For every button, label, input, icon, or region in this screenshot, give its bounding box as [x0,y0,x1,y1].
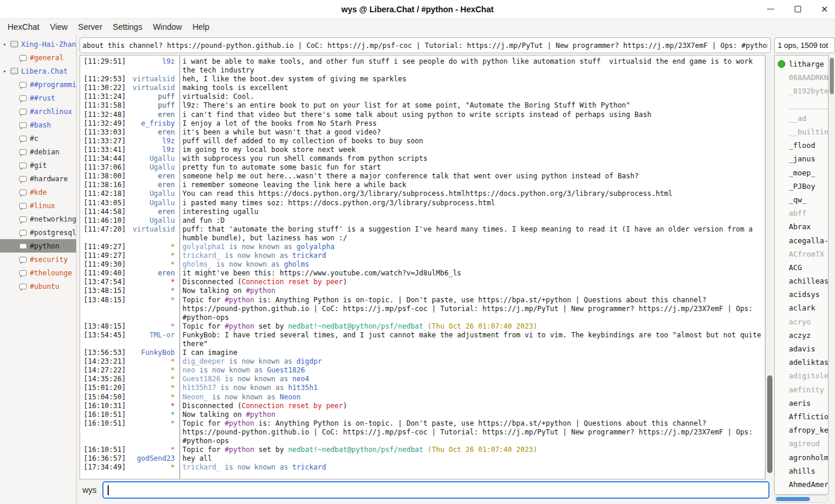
nick[interactable]: eren [127,269,178,278]
nick[interactable]: Ugallu [127,163,178,172]
nick[interactable]: * [127,402,178,410]
minimize-icon[interactable] [764,2,778,16]
user-list-item[interactable]: litharge [775,57,828,71]
nick[interactable]: * [127,446,178,454]
user-list-item[interactable]: afropy_ke [775,423,828,437]
nick[interactable]: * [127,278,178,286]
tree-channel-row[interactable]: #archlinux [0,105,76,118]
tree-channel-row[interactable]: #kde [0,185,76,199]
user-list-item[interactable]: __builtin [775,125,828,139]
nick[interactable]: TML-or [127,331,178,348]
user-list-item[interactable]: 068AADRKN [775,71,828,84]
nick[interactable]: virtualsid [127,75,178,84]
user-list-item[interactable]: aclark [775,301,828,315]
nick[interactable]: * [127,463,178,472]
message-input[interactable] [103,482,768,498]
maximize-icon[interactable] [791,2,805,16]
tree-channel-row[interactable]: #hardware [0,172,76,185]
user-list-item[interactable]: aczyz [775,329,828,342]
user-list-item[interactable]: Abrax [775,220,828,233]
nick[interactable]: * [127,296,178,322]
tree-server-row[interactable]: ▾Xing-Hai-Zhan [0,37,76,51]
expander-icon[interactable]: ▾ [3,68,11,74]
nick[interactable]: Ugallu [127,154,178,163]
user-list-item[interactable]: adavis [775,342,828,355]
menu-item-server[interactable]: Server [73,20,108,33]
user-list-hscroll-thumb[interactable] [776,497,810,501]
user-list-item[interactable]: acegalla- [775,233,828,247]
nick[interactable]: * [127,375,178,384]
nick[interactable]: virtualsid [127,84,178,92]
nick[interactable]: * [127,357,178,366]
user-list-item[interactable]: _PJBoy [775,179,828,193]
menu-item-hexchat[interactable]: HexChat [2,20,44,33]
user-list-item[interactable]: _8192byte [775,84,828,98]
nick[interactable]: virtualsid [127,225,178,243]
user-list-item[interactable]: abff [775,206,828,220]
expander-icon[interactable]: ▾ [3,42,11,47]
nick[interactable]: * [127,260,178,269]
user-list-item[interactable]: Afflictio [775,410,828,423]
tree-channel-row[interactable]: #general [0,51,76,64]
nick[interactable]: puff [127,101,178,110]
user-list-item[interactable]: achilleas [775,274,828,288]
nick[interactable]: puff [127,92,178,101]
user-list-item[interactable]: agireud [775,437,828,450]
user-list-item[interactable]: aeris [775,396,828,410]
tree-server-row[interactable]: ▾Libera.Chat [0,64,76,78]
nick[interactable]: FunkyBob [127,348,178,357]
user-list-item[interactable]: _moep_ [775,166,828,179]
menu-item-settings[interactable]: Settings [108,20,148,33]
chat-messages[interactable]: [11:29:51]l9zi want be able to make tool… [80,55,765,479]
user-list-item[interactable]: AhmedAmer [775,478,828,491]
user-list-item[interactable]: ahills [775,464,828,478]
nick-label[interactable]: wys [82,485,98,495]
user-list-item[interactable]: ACfromTX [775,247,828,261]
user-list-scrollbar-vertical[interactable] [829,55,835,495]
user-list-item[interactable]: ACG [775,261,828,274]
nick[interactable]: * [127,243,178,251]
nick[interactable]: * [127,251,178,260]
user-list-item[interactable]: _janus [775,152,828,165]
nick[interactable]: e_frisby [127,119,178,128]
nick[interactable]: * [127,393,178,402]
nick[interactable]: Ugallu [127,189,178,198]
user-list-vscroll-thumb[interactable] [830,58,834,94]
nick[interactable]: * [127,384,178,392]
nick[interactable]: Ugallu [127,216,178,225]
nick[interactable]: * [127,419,178,446]
tree-channel-row[interactable]: #debian [0,145,76,158]
tree-channel-row[interactable]: #thelounge [0,266,76,279]
chat-scrollbar-thumb[interactable] [767,375,772,473]
nick[interactable]: * [127,286,178,295]
chat-scrollbar[interactable] [765,55,773,479]
tree-channel-row[interactable]: ##rust [0,91,76,105]
tree-channel-row[interactable]: ##programming [0,78,76,91]
user-list-item[interactable]: adigitole [775,369,828,382]
nick[interactable]: l9z [127,146,178,154]
nick[interactable]: eren [127,181,178,189]
user-list-item[interactable]: adeliktas [775,355,828,369]
tree-channel-row[interactable]: #ubuntu [0,279,76,293]
menu-item-window[interactable]: Window [147,20,187,33]
user-list-item[interactable]: acryo [775,315,828,329]
nick[interactable]: eren [127,208,178,216]
tree-channel-row[interactable]: #postgresql [0,226,76,239]
nick[interactable]: * [127,366,178,375]
nick[interactable]: l9z [127,57,178,75]
close-icon[interactable]: ✕ [817,2,831,16]
nick[interactable]: eren [127,111,178,119]
menu-item-view[interactable]: View [44,20,73,33]
menu-item-help[interactable]: Help [187,20,215,33]
tree-channel-row[interactable]: #c [0,132,76,145]
tree-channel-row[interactable]: #bash [0,118,76,132]
nick[interactable]: Ugallu [127,199,178,208]
tree-channel-row[interactable]: #linux [0,199,76,212]
tree-channel-row[interactable]: #git [0,158,76,172]
tree-channel-row[interactable]: #networking [0,212,76,226]
user-list-item[interactable]: agronholm [775,450,828,464]
user-list-item[interactable]: aefinity [775,383,828,396]
nick[interactable]: godSend23 [127,454,178,463]
user-list-item[interactable]: __ad [775,112,828,125]
topic-input[interactable] [80,42,770,50]
